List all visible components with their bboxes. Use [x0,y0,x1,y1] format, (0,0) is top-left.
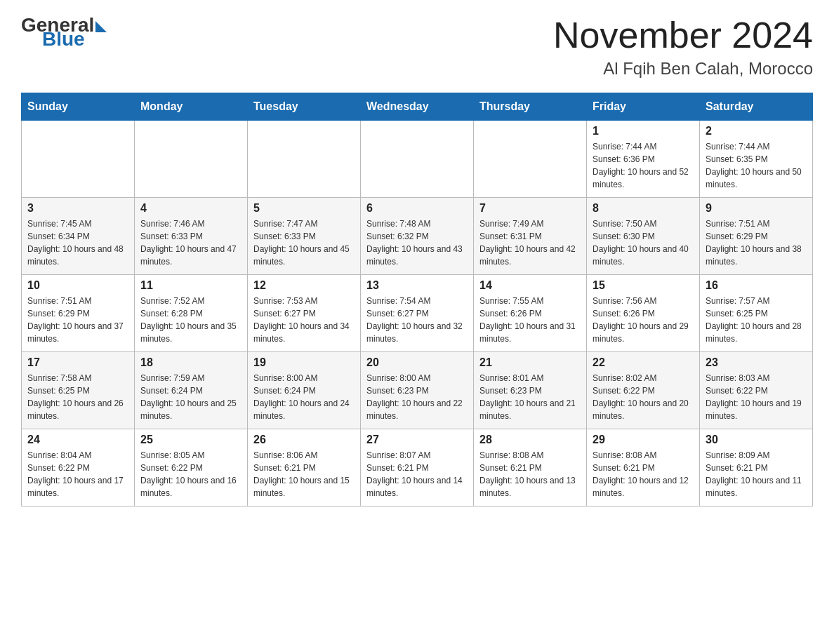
table-row [361,121,474,198]
table-row: 13Sunrise: 7:54 AMSunset: 6:27 PMDayligh… [361,275,474,352]
table-row: 1Sunrise: 7:44 AMSunset: 6:36 PMDaylight… [587,121,700,198]
day-number: 25 [140,434,241,446]
logo: General Blue [21,14,107,51]
day-info: Sunrise: 8:07 AMSunset: 6:21 PMDaylight:… [366,449,468,499]
table-row: 20Sunrise: 8:00 AMSunset: 6:23 PMDayligh… [361,352,474,429]
day-info: Sunrise: 8:04 AMSunset: 6:22 PMDaylight:… [27,449,128,499]
day-number: 5 [253,202,355,215]
day-info: Sunrise: 8:00 AMSunset: 6:24 PMDaylight:… [253,372,355,422]
day-number: 23 [706,356,807,369]
table-row: 9Sunrise: 7:51 AMSunset: 6:29 PMDaylight… [700,198,813,275]
day-info: Sunrise: 7:44 AMSunset: 6:35 PMDaylight:… [706,140,807,191]
table-row: 10Sunrise: 7:51 AMSunset: 6:29 PMDayligh… [22,275,135,352]
day-info: Sunrise: 7:54 AMSunset: 6:27 PMDaylight:… [366,295,468,345]
table-row: 18Sunrise: 7:59 AMSunset: 6:24 PMDayligh… [135,352,248,429]
day-info: Sunrise: 7:50 AMSunset: 6:30 PMDaylight:… [593,217,694,268]
day-number: 24 [27,434,128,446]
day-number: 21 [479,356,581,369]
day-info: Sunrise: 7:47 AMSunset: 6:33 PMDaylight:… [253,217,355,268]
day-number: 7 [479,202,581,215]
table-row: 4Sunrise: 7:46 AMSunset: 6:33 PMDaylight… [135,198,248,275]
day-number: 27 [366,434,468,446]
day-number: 13 [366,279,468,292]
day-info: Sunrise: 8:05 AMSunset: 6:22 PMDaylight:… [140,449,241,499]
day-number: 12 [253,279,355,292]
logo-arrow-icon [95,21,107,32]
table-row: 22Sunrise: 8:02 AMSunset: 6:22 PMDayligh… [587,352,700,429]
day-headers-row: Sunday Monday Tuesday Wednesday Thursday… [22,93,813,121]
day-info: Sunrise: 7:57 AMSunset: 6:25 PMDaylight:… [706,295,807,345]
day-info: Sunrise: 8:00 AMSunset: 6:23 PMDaylight:… [366,372,468,422]
day-number: 22 [593,356,694,369]
table-row [474,121,587,198]
header-sunday: Sunday [22,93,135,121]
header-monday: Monday [135,93,248,121]
table-row: 19Sunrise: 8:00 AMSunset: 6:24 PMDayligh… [248,352,361,429]
day-number: 14 [479,279,581,292]
table-row: 6Sunrise: 7:48 AMSunset: 6:32 PMDaylight… [361,198,474,275]
day-number: 8 [593,202,694,215]
day-info: Sunrise: 7:56 AMSunset: 6:26 PMDaylight:… [593,295,694,345]
day-info: Sunrise: 7:48 AMSunset: 6:32 PMDaylight:… [366,217,468,268]
day-info: Sunrise: 8:01 AMSunset: 6:23 PMDaylight:… [479,372,581,422]
day-number: 1 [593,125,694,137]
day-info: Sunrise: 7:51 AMSunset: 6:29 PMDaylight:… [706,217,807,268]
day-info: Sunrise: 7:53 AMSunset: 6:27 PMDaylight:… [253,295,355,345]
table-row: 3Sunrise: 7:45 AMSunset: 6:34 PMDaylight… [22,198,135,275]
table-row: 28Sunrise: 8:08 AMSunset: 6:21 PMDayligh… [474,429,587,507]
table-row: 29Sunrise: 8:08 AMSunset: 6:21 PMDayligh… [587,429,700,507]
day-number: 29 [593,434,694,446]
day-info: Sunrise: 8:06 AMSunset: 6:21 PMDaylight:… [253,449,355,499]
day-number: 16 [706,279,807,292]
week-row-3: 10Sunrise: 7:51 AMSunset: 6:29 PMDayligh… [22,275,813,352]
table-row [248,121,361,198]
day-info: Sunrise: 8:08 AMSunset: 6:21 PMDaylight:… [593,449,694,499]
day-info: Sunrise: 7:52 AMSunset: 6:28 PMDaylight:… [140,295,241,345]
day-info: Sunrise: 7:58 AMSunset: 6:25 PMDaylight:… [27,372,128,422]
week-row-4: 17Sunrise: 7:58 AMSunset: 6:25 PMDayligh… [22,352,813,429]
logo-blue-text: Blue [42,28,85,51]
calendar-table: Sunday Monday Tuesday Wednesday Thursday… [21,93,813,507]
title-section: November 2024 Al Fqih Ben Calah, Morocco [553,14,813,79]
table-row: 16Sunrise: 7:57 AMSunset: 6:25 PMDayligh… [700,275,813,352]
day-number: 4 [140,202,241,215]
table-row: 25Sunrise: 8:05 AMSunset: 6:22 PMDayligh… [135,429,248,507]
page-header: General Blue November 2024 Al Fqih Ben C… [21,14,813,79]
day-info: Sunrise: 8:08 AMSunset: 6:21 PMDaylight:… [479,449,581,499]
day-info: Sunrise: 7:44 AMSunset: 6:36 PMDaylight:… [593,140,694,191]
table-row: 30Sunrise: 8:09 AMSunset: 6:21 PMDayligh… [700,429,813,507]
day-number: 10 [27,279,128,292]
table-row: 21Sunrise: 8:01 AMSunset: 6:23 PMDayligh… [474,352,587,429]
week-row-2: 3Sunrise: 7:45 AMSunset: 6:34 PMDaylight… [22,198,813,275]
table-row: 14Sunrise: 7:55 AMSunset: 6:26 PMDayligh… [474,275,587,352]
day-info: Sunrise: 8:09 AMSunset: 6:21 PMDaylight:… [706,449,807,499]
day-number: 11 [140,279,241,292]
day-info: Sunrise: 7:55 AMSunset: 6:26 PMDaylight:… [479,295,581,345]
day-number: 17 [27,356,128,369]
table-row: 17Sunrise: 7:58 AMSunset: 6:25 PMDayligh… [22,352,135,429]
week-row-5: 24Sunrise: 8:04 AMSunset: 6:22 PMDayligh… [22,429,813,507]
day-number: 2 [706,125,807,137]
table-row: 7Sunrise: 7:49 AMSunset: 6:31 PMDaylight… [474,198,587,275]
day-info: Sunrise: 8:03 AMSunset: 6:22 PMDaylight:… [706,372,807,422]
day-info: Sunrise: 7:59 AMSunset: 6:24 PMDaylight:… [140,372,241,422]
day-info: Sunrise: 7:49 AMSunset: 6:31 PMDaylight:… [479,217,581,268]
header-tuesday: Tuesday [248,93,361,121]
calendar-title: November 2024 [553,14,813,56]
day-number: 15 [593,279,694,292]
day-number: 3 [27,202,128,215]
table-row: 2Sunrise: 7:44 AMSunset: 6:35 PMDaylight… [700,121,813,198]
day-number: 30 [706,434,807,446]
day-info: Sunrise: 7:45 AMSunset: 6:34 PMDaylight:… [27,217,128,268]
table-row [135,121,248,198]
header-wednesday: Wednesday [361,93,474,121]
calendar-subtitle: Al Fqih Ben Calah, Morocco [553,59,813,79]
day-number: 19 [253,356,355,369]
table-row: 11Sunrise: 7:52 AMSunset: 6:28 PMDayligh… [135,275,248,352]
day-info: Sunrise: 7:46 AMSunset: 6:33 PMDaylight:… [140,217,241,268]
table-row: 23Sunrise: 8:03 AMSunset: 6:22 PMDayligh… [700,352,813,429]
table-row: 8Sunrise: 7:50 AMSunset: 6:30 PMDaylight… [587,198,700,275]
table-row: 15Sunrise: 7:56 AMSunset: 6:26 PMDayligh… [587,275,700,352]
table-row: 27Sunrise: 8:07 AMSunset: 6:21 PMDayligh… [361,429,474,507]
header-thursday: Thursday [474,93,587,121]
